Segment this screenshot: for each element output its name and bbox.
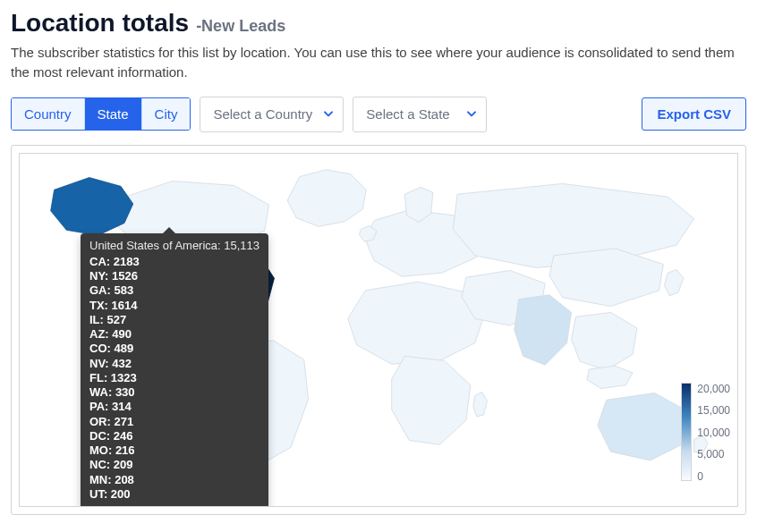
tooltip-row: WA: 330 [89,385,259,400]
tooltip-row: OR: 271 [89,415,259,429]
map-container[interactable]: United States of America: 15,113 CA: 218… [19,153,738,507]
tooltip-row: NV: 432 [89,357,259,371]
legend-tick: 5,000 [697,448,730,460]
list-subtitle: -New Leads [196,17,285,36]
tooltip-row: NC: 209 [89,458,259,472]
page-title-row: Location totals -New Leads [11,9,746,38]
tooltip-row: GA: 583 [89,283,259,298]
country-select[interactable]: Select a Country [200,97,344,132]
tooltip-row: FL: 1323 [89,371,259,385]
export-csv-button[interactable]: Export CSV [642,97,746,131]
tooltip-row: DC: 246 [89,429,259,443]
tab-state[interactable]: State [85,98,142,130]
tooltip-row: NY: 1526 [89,269,259,283]
state-select-placeholder: Select a State [366,106,449,122]
map-tooltip: United States of America: 15,113 CA: 218… [81,233,268,507]
tab-city[interactable]: City [142,98,191,130]
tooltip-row: MO: 216 [89,443,259,458]
tooltip-row: MN: 208 [89,473,259,487]
controls-row: Country State City Select a Country Sele… [11,97,746,132]
tooltip-header: United States of America: 15,113 [89,239,259,253]
tooltip-row: AZ: 490 [89,327,259,342]
country-select-placeholder: Select a Country [213,106,312,122]
tab-country[interactable]: Country [12,98,85,130]
legend-labels: 20,000 15,000 10,000 5,000 0 [697,383,730,483]
tooltip-row: UT: 200 [89,487,259,502]
tooltip-row: TX: 1614 [89,299,259,313]
map-card: United States of America: 15,113 CA: 218… [11,145,746,515]
tooltip-row: CA: 2183 [89,255,259,269]
legend-tick: 15,000 [697,404,730,417]
legend-gradient [681,383,692,481]
chevron-down-icon [466,108,477,119]
view-toggle-group: Country State City [11,97,191,131]
tooltip-row: PA: 314 [89,400,259,414]
color-legend: 20,000 15,000 10,000 5,000 0 [681,383,730,483]
tooltip-row: CO: 489 [89,342,259,356]
page-title: Location totals [11,9,189,38]
tooltip-row: IL: 527 [89,313,259,327]
legend-tick: 0 [697,470,730,483]
page-description: The subscriber statistics for this list … [11,43,746,82]
chevron-down-icon [323,108,334,119]
legend-tick: 20,000 [697,383,730,395]
legend-tick: 10,000 [697,426,730,439]
state-select[interactable]: Select a State [353,97,487,132]
